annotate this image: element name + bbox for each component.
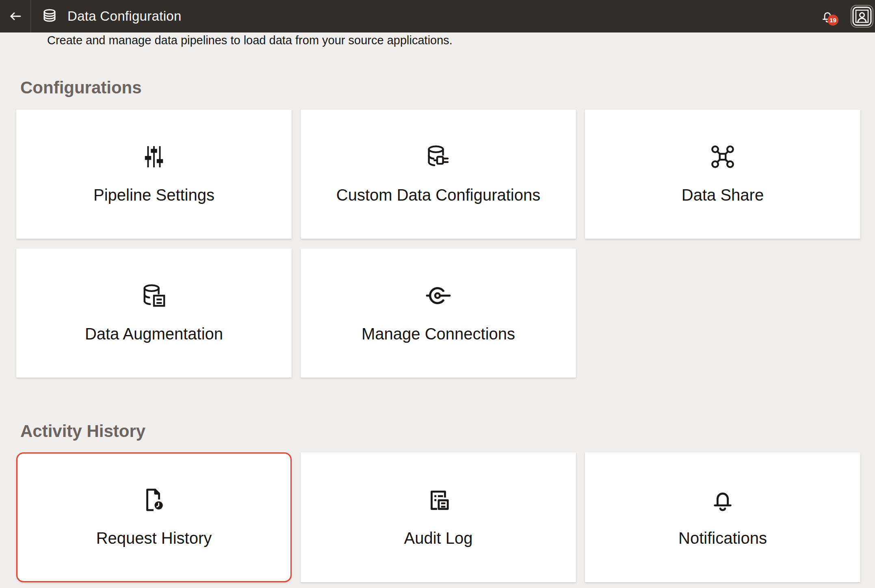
card-label: Notifications [678, 529, 767, 547]
card-label: Data Augmentation [85, 324, 223, 343]
database-plug-icon [426, 144, 451, 169]
configurations-grid: Pipeline Settings Custom Data Configurat… [16, 110, 860, 378]
card-label: Request History [96, 529, 212, 547]
bell-icon [710, 487, 735, 512]
section-heading-configurations: Configurations [20, 78, 875, 97]
notification-badge: 19 [827, 15, 838, 26]
card-label: Manage Connections [362, 324, 515, 343]
avatar-ring [851, 5, 873, 28]
page-title: Data Configuration [67, 9, 182, 24]
sliders-icon [141, 144, 167, 169]
database-icon [41, 8, 58, 24]
avatar-icon [852, 6, 872, 26]
page-subtitle: Create and manage data pipelines to load… [47, 33, 875, 47]
notification-bell-button[interactable]: 19 [821, 9, 834, 23]
card-label: Data Share [682, 186, 764, 204]
card-label: Pipeline Settings [93, 186, 214, 204]
card-request-history[interactable]: Request History [16, 452, 292, 582]
card-custom-data-configurations[interactable]: Custom Data Configurations [301, 110, 576, 239]
card-pipeline-settings[interactable]: Pipeline Settings [16, 110, 292, 239]
avatar-button[interactable] [852, 6, 872, 26]
connection-hub-icon [426, 283, 451, 308]
back-button[interactable] [0, 0, 31, 32]
card-manage-connections[interactable]: Manage Connections [301, 249, 576, 378]
card-label: Custom Data Configurations [336, 186, 540, 204]
arrow-left-icon [9, 9, 22, 23]
card-data-augmentation[interactable]: Data Augmentation [16, 249, 292, 378]
share-nodes-icon [710, 144, 735, 169]
card-data-share[interactable]: Data Share [585, 110, 860, 239]
card-notifications[interactable]: Notifications [585, 452, 860, 582]
document-clock-icon [141, 487, 167, 512]
section-heading-activity-history: Activity History [20, 422, 875, 441]
database-table-icon [141, 283, 167, 308]
audit-log-icon [426, 487, 451, 512]
card-label: Audit Log [404, 529, 472, 547]
page-content: Create and manage data pipelines to load… [0, 33, 875, 582]
activity-history-grid: Request History Audit Log Notifications [16, 452, 860, 582]
app-header: Data Configuration 19 [0, 0, 875, 32]
card-audit-log[interactable]: Audit Log [301, 452, 576, 582]
